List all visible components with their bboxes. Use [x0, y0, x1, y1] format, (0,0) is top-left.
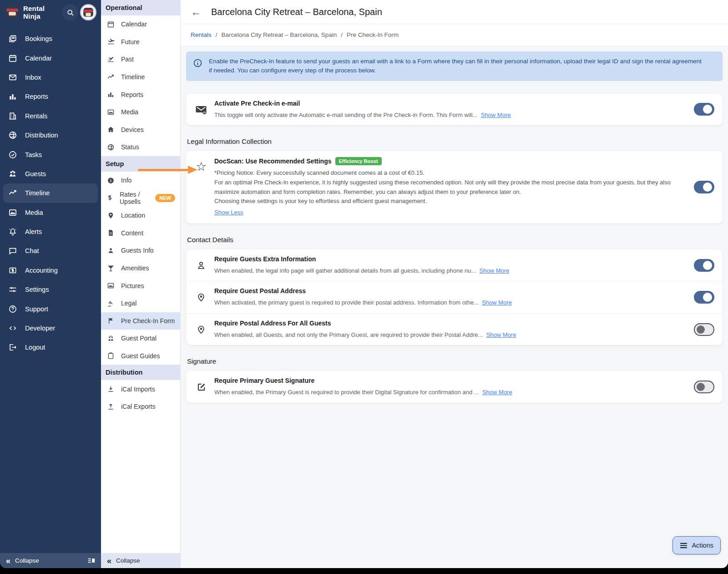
sidebar-item-support[interactable]: Support: [0, 299, 101, 318]
subitem-pictures[interactable]: Pictures: [101, 277, 180, 295]
setting-description-text: When enabled, the legal info page will g…: [214, 267, 476, 274]
sidebar-item-distribution[interactable]: Distribution: [0, 126, 101, 145]
setting-row-postal-primary: Require Guest Postal Address When activa…: [186, 281, 723, 313]
sidebar-item-inbox[interactable]: Inbox: [0, 68, 101, 87]
subitem-devices[interactable]: Devices: [101, 121, 180, 139]
sidebar-item-reports[interactable]: Reports: [0, 87, 101, 106]
subitem-ical-imports[interactable]: iCal Imports: [101, 380, 180, 398]
subitem-status[interactable]: Status: [101, 138, 180, 156]
sidebar-collapse-button[interactable]: « Collapse: [0, 553, 101, 568]
sidebar-item-chat[interactable]: Chat: [0, 241, 101, 260]
panel-layout-icon: [87, 557, 95, 564]
sub-sidebar-collapse-button[interactable]: « Collapse: [101, 553, 180, 568]
setting-body: Activate Pre Check-in e-mail This toggle…: [214, 100, 685, 120]
search-button[interactable]: [62, 4, 78, 20]
sidebar-item-bookings[interactable]: Bookings: [0, 29, 101, 48]
person-icon: [106, 247, 115, 254]
subitem-past[interactable]: Past: [101, 51, 180, 68]
user-avatar[interactable]: [80, 4, 96, 20]
signature-card: Require Primary Guest Signature When ena…: [186, 371, 723, 403]
breadcrumb-rentals-link[interactable]: Rentals: [191, 31, 212, 38]
actions-button[interactable]: Actions: [672, 536, 721, 554]
subitem-calendar[interactable]: Calendar: [101, 15, 180, 33]
subitem-label: Timeline: [121, 73, 145, 81]
docscan-closing: Choosing these settings is your key to e…: [214, 197, 685, 206]
show-more-link[interactable]: Show More: [482, 299, 512, 306]
efficiency-boost-badge: Efficiency Boost: [335, 157, 382, 165]
download-icon: [106, 385, 115, 393]
breadcrumb-separator: /: [341, 31, 343, 38]
image-icon: [106, 108, 115, 116]
sidebar-item-calendar[interactable]: Calendar: [0, 48, 101, 67]
show-more-link[interactable]: Show More: [481, 112, 511, 118]
subitem-location[interactable]: Location: [101, 207, 180, 224]
subitem-label: Info: [121, 177, 131, 184]
subitem-guests-info[interactable]: Guests Info: [101, 242, 180, 259]
subitem-timeline[interactable]: Timeline: [101, 68, 180, 86]
sidebar-item-media[interactable]: Media: [0, 203, 101, 222]
subitem-content[interactable]: Content: [101, 224, 180, 242]
sidebar-item-label: Media: [25, 209, 43, 216]
brand-name: Rental Ninja: [23, 5, 62, 20]
sidebar-item-accounting[interactable]: Accounting: [0, 261, 101, 280]
gavel-icon: [106, 300, 115, 307]
show-less-link[interactable]: Show Less: [214, 208, 243, 218]
sidebar-item-settings[interactable]: Settings: [0, 280, 101, 299]
sidebar-item-label: Bookings: [25, 35, 52, 42]
extra-info-toggle[interactable]: [694, 259, 714, 272]
docscan-toggle[interactable]: [694, 181, 714, 193]
sidebar-item-logout[interactable]: Logout: [0, 338, 101, 357]
signature-toggle[interactable]: [694, 381, 714, 393]
subitem-ical-exports[interactable]: iCal Exports: [101, 398, 180, 416]
sidebar-item-timeline[interactable]: Timeline: [3, 183, 98, 203]
subitem-label: Pre Check-In Form: [121, 317, 175, 325]
precheckin-email-card: Activate Pre Check-in e-mail This toggle…: [186, 94, 723, 126]
precheckin-email-toggle[interactable]: [694, 103, 714, 116]
breadcrumb-rental-link[interactable]: Barcelona City Retreat – Barcelona, Spai…: [222, 31, 337, 38]
docscan-card: ☆ DocScan: Use Recommended Settings Effi…: [186, 151, 723, 224]
subitem-media[interactable]: Media: [101, 103, 180, 121]
settings-content: Enable the PreCheck-In feature to send y…: [181, 46, 728, 568]
timeline-icon: [7, 188, 18, 198]
breadcrumb-separator: /: [216, 31, 217, 38]
chat-bubble-icon: [7, 246, 18, 255]
subitem-legal[interactable]: Legal: [101, 295, 180, 312]
sidebar-item-alerts[interactable]: Alerts: [0, 222, 101, 241]
sidebar-item-label: Support: [25, 305, 48, 313]
subitem-guest-guides[interactable]: Guest Guides: [101, 347, 180, 365]
setting-title: DocScan: Use Recommended Settings Effici…: [214, 157, 685, 165]
show-more-link[interactable]: Show More: [482, 389, 512, 396]
section-header-setup: Setup: [101, 156, 180, 172]
sidebar-item-label: Guests: [25, 170, 46, 178]
main-sidebar: Rental Ninja Bookings Calendar Inbox Rep…: [0, 0, 101, 568]
bar-glass-icon: [106, 264, 115, 272]
mail-attachment-icon: [194, 104, 208, 115]
bar-chart-icon: [7, 92, 18, 101]
sidebar-item-rentals[interactable]: Rentals: [0, 107, 101, 126]
subitem-reports[interactable]: Reports: [101, 86, 180, 103]
postal-all-toggle[interactable]: [694, 323, 714, 336]
setting-description-text: This toggle will only activate the Autom…: [214, 112, 477, 118]
sidebar-item-label: Logout: [25, 344, 45, 351]
show-more-link[interactable]: Show More: [480, 267, 510, 274]
sidebar-item-tasks[interactable]: Tasks: [0, 145, 101, 164]
sidebar-item-guests[interactable]: Guests: [0, 164, 101, 183]
subitem-pre-check-in-form[interactable]: Pre Check-In Form: [101, 312, 180, 330]
subitem-guest-portal[interactable]: Guest Portal: [101, 330, 180, 347]
page-title: Barcelona City Retreat – Barcelona, Spai…: [211, 7, 382, 17]
setting-description-text: When enabled, the Primary Guest is requi…: [214, 389, 479, 396]
show-more-link[interactable]: Show More: [486, 331, 516, 338]
sidebar-item-label: Settings: [25, 286, 49, 293]
edit-square-icon: [194, 382, 208, 392]
subitem-future[interactable]: Future: [101, 33, 180, 51]
subitem-info[interactable]: Info: [101, 172, 180, 189]
subitem-amenities[interactable]: Amenities: [101, 259, 180, 277]
back-arrow-icon[interactable]: ←: [191, 7, 201, 17]
sidebar-item-label: Distribution: [25, 132, 58, 139]
sub-sidebar-scroll: Operational Calendar Future Past Timelin…: [101, 0, 180, 553]
postal-primary-toggle[interactable]: [694, 291, 714, 304]
toggle-knob: [697, 383, 705, 391]
subitem-rates-upsells[interactable]: Rates / UpsellsNEW: [101, 189, 180, 207]
sidebar-item-developer[interactable]: Developer: [0, 319, 101, 338]
docscan-recommendation: For an optimal Pre Check-In experience, …: [214, 178, 685, 197]
